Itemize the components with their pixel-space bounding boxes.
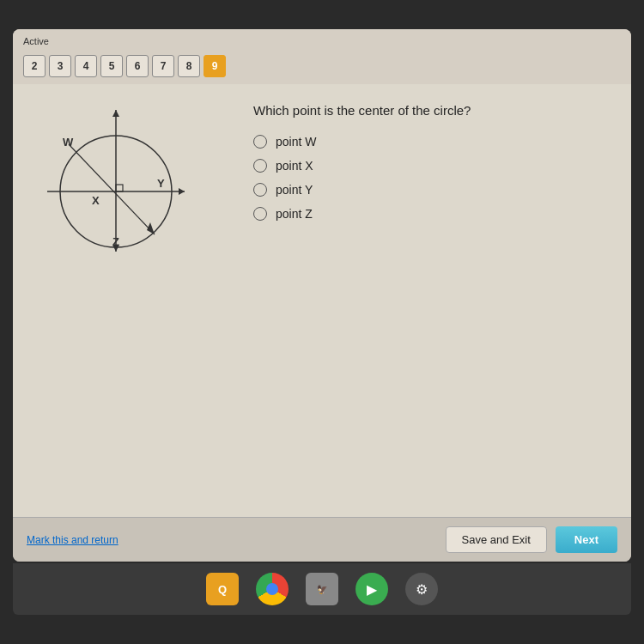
option-X[interactable]: point X [253,159,614,173]
quiz-app-icon[interactable]: Q [206,573,239,605]
q-num-5[interactable]: 5 [100,55,123,77]
active-label: Active [23,36,49,46]
option-label-Y: point Y [276,183,313,197]
svg-marker-12 [147,222,155,234]
diagram-area: W X Y Z [30,93,236,508]
option-Z[interactable]: point Z [253,207,614,221]
question-text: Which point is the center of the circle? [253,101,614,119]
svg-marker-2 [179,188,185,195]
question-number-bar: 2 3 4 5 6 7 8 9 [23,55,226,77]
svg-text:Z: Z [112,235,119,248]
option-label-Z: point Z [276,207,313,221]
settings-icon[interactable]: ⚙ [405,573,438,605]
svg-rect-6 [116,185,123,191]
next-button[interactable]: Next [556,526,617,553]
svg-line-11 [69,144,155,234]
q-num-9[interactable]: 9 [204,55,226,77]
radio-Y[interactable] [253,183,267,197]
taskbar: Q 🦅 ▶ ⚙ [13,563,631,615]
q-num-6[interactable]: 6 [126,55,149,77]
q-num-3[interactable]: 3 [49,55,71,77]
svg-text:Y: Y [157,177,165,190]
question-area: Which point is the center of the circle?… [253,93,614,508]
svg-text:W: W [63,136,74,149]
bottom-buttons: Save and Exit Next [446,526,617,553]
options-list: point W point X point Y point Z [253,135,614,221]
q-num-2[interactable]: 2 [23,55,46,77]
radio-W[interactable] [253,135,267,149]
collections-icon[interactable]: 🦅 [306,573,338,605]
q-num-7[interactable]: 7 [152,55,174,77]
q-num-4[interactable]: 4 [75,55,97,77]
bottom-bar: Mark this and return Save and Exit Next [13,517,631,562]
save-and-exit-button[interactable]: Save and Exit [446,526,547,553]
mark-and-return-link[interactable]: Mark this and return [27,534,118,546]
circle-diagram: W X Y Z [30,101,202,273]
play-icon[interactable]: ▶ [355,573,388,605]
svg-marker-4 [112,110,119,117]
svg-text:X: X [92,194,100,207]
radio-Z[interactable] [253,207,267,221]
option-Y[interactable]: point Y [253,183,614,197]
option-W[interactable]: point W [253,135,614,149]
radio-X[interactable] [253,159,267,173]
chrome-icon[interactable] [256,573,289,605]
option-label-W: point W [276,135,316,149]
option-label-X: point X [276,159,313,173]
q-num-8[interactable]: 8 [178,55,200,77]
